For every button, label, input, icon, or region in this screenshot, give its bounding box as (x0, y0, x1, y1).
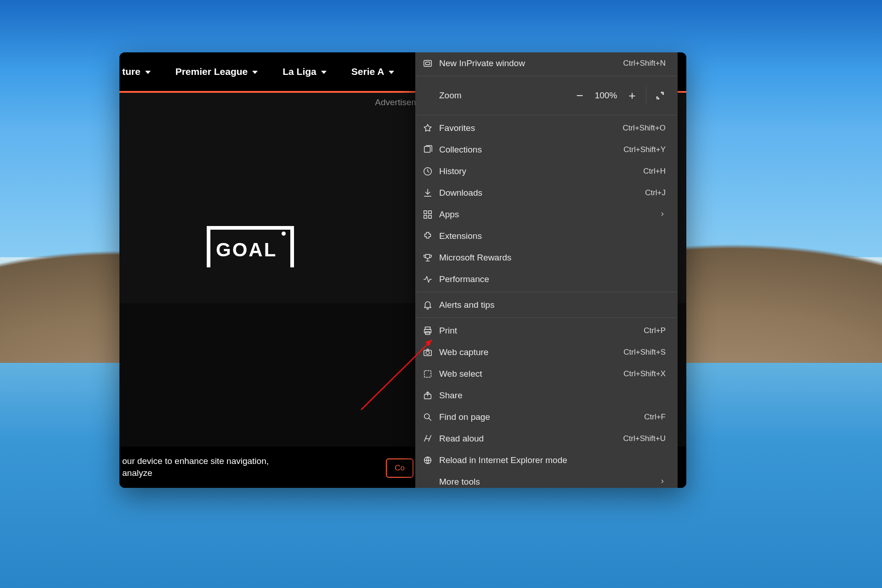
menu-share[interactable]: Share (415, 384, 678, 406)
screenshot-window: ture Premier League La Liga Serie A Nig … (119, 52, 686, 488)
zoom-in-button[interactable]: + (621, 85, 643, 107)
search-icon (423, 412, 433, 422)
menu-label: Web capture (439, 347, 488, 357)
caret-down-icon (252, 71, 258, 74)
menu-new-inprivate[interactable]: New InPrivate window Ctrl+Shift+N (415, 52, 678, 74)
history-icon (423, 166, 433, 176)
menu-label: Zoom (439, 90, 462, 101)
nav-item-culture[interactable]: ture (122, 66, 151, 77)
nav-item-la-liga[interactable]: La Liga (283, 66, 327, 77)
zoom-value: 100% (591, 90, 621, 101)
menu-extensions[interactable]: Extensions (415, 225, 678, 247)
internet-explorer-icon (423, 455, 433, 465)
menu-print[interactable]: Print Ctrl+P (415, 320, 678, 341)
edge-settings-menu: New InPrivate window Ctrl+Shift+N Zoom −… (415, 52, 678, 488)
menu-shortcut: Ctrl+Shift+O (622, 124, 666, 133)
nav-label: La Liga (283, 66, 317, 77)
svg-rect-0 (424, 60, 432, 66)
menu-label: History (439, 166, 466, 176)
menu-label: Downloads (439, 188, 482, 198)
svg-rect-6 (424, 215, 427, 218)
nav-label: ture (122, 66, 141, 77)
caret-down-icon (389, 71, 394, 74)
extensions-icon (423, 231, 433, 241)
menu-label: Alerts and tips (439, 300, 494, 310)
menu-label: More tools (439, 477, 480, 487)
menu-reload-ie-mode[interactable]: Reload in Internet Explorer mode (415, 449, 678, 471)
menu-web-select[interactable]: Web select Ctrl+Shift+X (415, 363, 678, 384)
chevron-right-icon (659, 209, 666, 220)
menu-label: Extensions (439, 231, 482, 241)
menu-shortcut: Ctrl+J (645, 188, 666, 198)
collections-icon (423, 145, 433, 155)
menu-label: Read aloud (439, 434, 484, 444)
menu-favorites[interactable]: Favorites Ctrl+Shift+O (415, 117, 678, 139)
menu-label: Web select (439, 369, 482, 379)
svg-rect-4 (424, 210, 427, 213)
caret-down-icon (321, 71, 327, 74)
nav-label: Serie A (351, 66, 384, 77)
menu-read-aloud[interactable]: Read aloud Ctrl+Shift+U (415, 428, 678, 449)
svg-rect-7 (429, 215, 431, 218)
svg-rect-1 (425, 62, 430, 65)
zoom-out-button[interactable]: − (569, 85, 591, 107)
bell-icon (423, 300, 433, 310)
menu-label: Share (439, 390, 463, 401)
menu-shortcut: Ctrl+F (644, 413, 666, 422)
menu-shortcut: Ctrl+Shift+Y (623, 145, 666, 154)
select-icon (423, 369, 433, 379)
nav-item-premier-league[interactable]: Premier League (175, 66, 258, 77)
download-icon (423, 188, 433, 198)
menu-separator (415, 292, 678, 292)
menu-separator (415, 76, 678, 76)
menu-label: Favorites (439, 123, 475, 133)
svg-point-12 (426, 351, 429, 354)
nav-label: Premier League (175, 66, 248, 77)
menu-label: New InPrivate window (439, 58, 525, 68)
menu-label: Find on page (439, 412, 490, 422)
menu-zoom: Zoom − 100% + (415, 78, 678, 113)
menu-shortcut: Ctrl+Shift+U (623, 434, 666, 443)
menu-shortcut: Ctrl+Shift+S (623, 348, 666, 357)
menu-label: Microsoft Rewards (439, 253, 511, 263)
menu-more-tools[interactable]: More tools (415, 471, 678, 488)
read-aloud-icon (423, 434, 433, 444)
menu-performance[interactable]: Performance (415, 268, 678, 290)
print-icon (423, 326, 433, 336)
menu-history[interactable]: History Ctrl+H (415, 160, 678, 182)
cookie-text: our device to enhance site navigation, a… (119, 455, 297, 479)
caret-down-icon (145, 71, 151, 74)
menu-label: Reload in Internet Explorer mode (439, 455, 567, 465)
cookie-accept-button[interactable]: Co (386, 458, 413, 478)
menu-find[interactable]: Find on page Ctrl+F (415, 406, 678, 428)
star-icon (423, 123, 433, 133)
fullscreen-button[interactable] (649, 85, 671, 107)
svg-rect-5 (429, 210, 431, 213)
menu-label: Print (439, 326, 457, 336)
apps-icon (423, 209, 433, 220)
chevron-right-icon (659, 477, 666, 487)
performance-icon (423, 274, 433, 284)
goal-logo: GOAL (207, 226, 294, 268)
menu-alerts[interactable]: Alerts and tips (415, 294, 678, 316)
svg-point-15 (424, 413, 430, 418)
menu-collections[interactable]: Collections Ctrl+Shift+Y (415, 139, 678, 160)
menu-rewards[interactable]: Microsoft Rewards (415, 247, 678, 268)
svg-rect-13 (424, 370, 431, 377)
trophy-icon (423, 253, 433, 263)
nav-item-serie-a[interactable]: Serie A (351, 66, 395, 77)
share-icon (423, 390, 433, 401)
camera-icon (423, 347, 433, 357)
menu-apps[interactable]: Apps (415, 204, 678, 225)
inprivate-icon (423, 58, 433, 68)
menu-shortcut: Ctrl+Shift+X (623, 369, 666, 379)
menu-label: Collections (439, 145, 482, 155)
svg-rect-2 (424, 146, 430, 152)
menu-shortcut: Ctrl+Shift+N (623, 59, 666, 68)
menu-separator (415, 317, 678, 318)
zoom-divider (646, 86, 646, 105)
menu-downloads[interactable]: Downloads Ctrl+J (415, 182, 678, 204)
goal-logo-text: GOAL (216, 239, 277, 261)
menu-web-capture[interactable]: Web capture Ctrl+Shift+S (415, 341, 678, 363)
menu-label: Performance (439, 274, 489, 284)
